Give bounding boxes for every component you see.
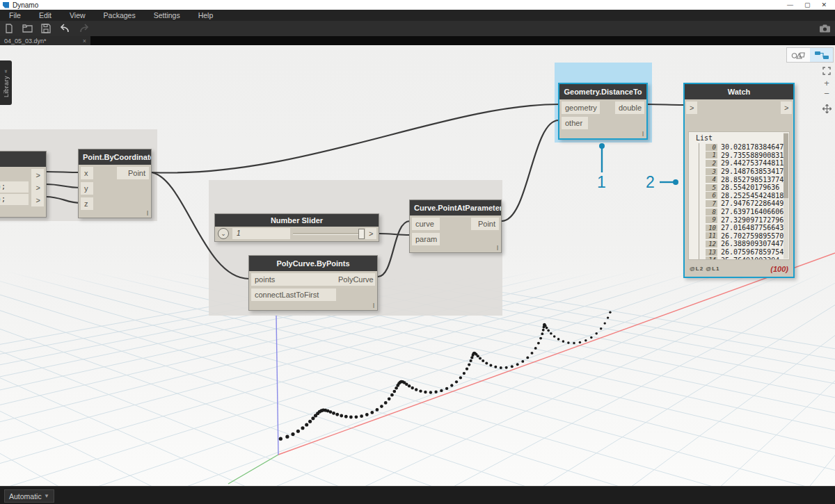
- watch-row-index: 8: [706, 209, 717, 216]
- watch-scrollbar[interactable]: [784, 133, 788, 259]
- lacing-indicator[interactable]: l: [642, 131, 644, 138]
- lacing-indicator[interactable]: l: [497, 245, 498, 252]
- menu-packages[interactable]: Packages: [95, 11, 145, 19]
- graph-view-button[interactable]: [810, 48, 833, 62]
- watch-row-index: 7: [706, 200, 717, 207]
- code-line[interactable]: es(t));: [0, 194, 29, 205]
- tab-close-icon[interactable]: ×: [83, 38, 86, 44]
- node-title[interactable]: PolyCurve.ByPoints: [249, 256, 377, 271]
- window-title: Dynamo: [13, 1, 38, 9]
- workspace-tab[interactable]: 04_05_03.dyn* ×: [0, 36, 90, 45]
- maximize-button[interactable]: ▢: [804, 0, 811, 10]
- watch-row-value: 27.0164877566437: [721, 224, 788, 231]
- output-port-polycurve[interactable]: PolyCurve: [335, 273, 375, 286]
- watch-levels-badges[interactable]: @L2 @L1: [690, 266, 720, 272]
- library-flyout-tab[interactable]: » Library: [0, 60, 12, 105]
- code-output-port-0[interactable]: >: [31, 169, 44, 181]
- slider-track[interactable]: [293, 233, 363, 235]
- input-port-curve[interactable]: curve: [412, 218, 440, 230]
- node-title[interactable]: Geometry.DistanceTo: [559, 84, 646, 99]
- menu-view[interactable]: View: [61, 11, 95, 19]
- run-mode-value: Automatic: [9, 492, 42, 501]
- code-output-port-1[interactable]: >: [31, 181, 44, 194]
- input-port-points[interactable]: points: [251, 273, 336, 286]
- node-point-bycoordinates[interactable]: Point.ByCoordinates x y z Point l: [78, 149, 152, 218]
- output-port-point[interactable]: Point: [471, 218, 499, 230]
- input-port-geometry[interactable]: geometry: [562, 101, 600, 114]
- save-icon[interactable]: [41, 24, 51, 33]
- node-title[interactable]: Point.ByCoordinates: [79, 149, 151, 165]
- menu-settings[interactable]: Settings: [145, 11, 189, 19]
- lacing-indicator[interactable]: l: [373, 302, 374, 309]
- new-file-icon[interactable]: [4, 24, 14, 33]
- node-number-slider[interactable]: Number Slider ⌄ 1 >: [214, 213, 379, 242]
- input-port-x[interactable]: x: [81, 167, 93, 179]
- watch-row-value: 29.4427537448117: [721, 159, 788, 167]
- watch-row-value: 29.7355889008319: [721, 152, 788, 159]
- node-watch[interactable]: Watch > > List 030.0281783846477129.7355…: [683, 83, 795, 278]
- node-geometry-distanceto[interactable]: Geometry.DistanceTo geometry other doubl…: [558, 83, 648, 140]
- input-port-other[interactable]: other: [562, 117, 588, 129]
- watch-list-root-label: List: [689, 132, 789, 143]
- watch-list[interactable]: List 030.0281783846477129.73558890083192…: [688, 131, 790, 260]
- output-port-double[interactable]: double: [615, 101, 644, 114]
- input-port-z[interactable]: z: [81, 197, 93, 210]
- node-polycurve-bypoints[interactable]: PolyCurve.ByPoints points connectLastToF…: [248, 255, 378, 311]
- menu-file[interactable]: File: [0, 11, 30, 19]
- watch-list-row: 1126.7027598955703: [706, 232, 789, 241]
- code-line[interactable]: es(t));: [0, 181, 29, 193]
- node-title[interactable]: Watch: [685, 84, 793, 99]
- callout-2-label: 2: [646, 173, 655, 192]
- watch-list-row: 727.9476722864496: [706, 200, 789, 208]
- watch-list-rows: 030.0281783846477129.7355889008319229.44…: [689, 143, 789, 260]
- node-title[interactable]: Number Slider: [215, 214, 379, 227]
- output-port-point[interactable]: Point: [117, 167, 149, 179]
- slider-output-port[interactable]: >: [365, 228, 376, 239]
- watch-row-value: 27.9476722864496: [721, 200, 788, 207]
- node-code-block-header[interactable]: [0, 152, 46, 167]
- zoom-fit-button[interactable]: [820, 65, 833, 76]
- watch-list-row: 1425.76491003394: [706, 256, 789, 260]
- minimize-button[interactable]: —: [787, 0, 793, 10]
- title-bar: Dynamo — ▢ ✕: [0, 0, 835, 10]
- pan-button[interactable]: [820, 104, 833, 114]
- watch-list-row: 628.252545424818: [706, 192, 789, 200]
- run-mode-dropdown[interactable]: Automatic ▼: [4, 489, 54, 503]
- slider-handle[interactable]: [358, 229, 365, 239]
- menu-edit[interactable]: Edit: [30, 11, 61, 19]
- chevron-down-icon: ▼: [44, 493, 49, 499]
- watch-list-row: 428.8527985137742: [706, 175, 789, 184]
- redo-icon[interactable]: [79, 24, 90, 33]
- watch-input-port[interactable]: >: [686, 101, 697, 114]
- watch-output-port[interactable]: >: [781, 101, 792, 114]
- workspace-canvas[interactable]: es(t)); es(t)); > > > Point.ByCoordinate…: [0, 45, 835, 486]
- watch-row-value: 28.252545424818: [721, 192, 784, 200]
- input-port-y[interactable]: y: [81, 182, 93, 195]
- view-mode-toggle: [786, 47, 834, 63]
- input-port-param[interactable]: param: [412, 233, 440, 245]
- watch-list-row: 129.7355889008319: [706, 152, 789, 160]
- lacing-indicator[interactable]: l: [147, 210, 148, 217]
- menu-help[interactable]: Help: [189, 11, 223, 19]
- zoom-out-button[interactable]: −: [820, 88, 833, 99]
- toolbar: [0, 21, 835, 36]
- zoom-in-button[interactable]: +: [820, 78, 833, 88]
- node-curve-pointatparameter[interactable]: Curve.PointAtParameter curve param Point…: [409, 200, 502, 253]
- export-image-camera-icon[interactable]: [819, 24, 831, 33]
- geometry-view-button[interactable]: [787, 48, 810, 62]
- watch-row-index: 4: [706, 176, 717, 183]
- slider-expand-chevron-icon[interactable]: ⌄: [218, 228, 229, 239]
- code-output-port-2[interactable]: >: [31, 194, 44, 206]
- open-file-icon[interactable]: [22, 24, 33, 33]
- watch-row-value: 25.76491003394: [721, 257, 779, 260]
- slider-value[interactable]: 1: [232, 228, 290, 239]
- node-code-block[interactable]: es(t)); es(t)); > > >: [0, 151, 47, 218]
- watch-row-value: 26.0759678597544: [721, 248, 788, 256]
- node-title[interactable]: Curve.PointAtParameter: [410, 200, 501, 216]
- watch-scrollbar-thumb[interactable]: [784, 133, 788, 198]
- watch-row-index: 10: [706, 225, 717, 231]
- watch-list-row: 030.0281783846477: [706, 143, 789, 152]
- close-button[interactable]: ✕: [821, 0, 827, 10]
- undo-icon[interactable]: [59, 24, 70, 33]
- input-port-connectlasttofirst[interactable]: connectLastToFirst: [251, 288, 336, 301]
